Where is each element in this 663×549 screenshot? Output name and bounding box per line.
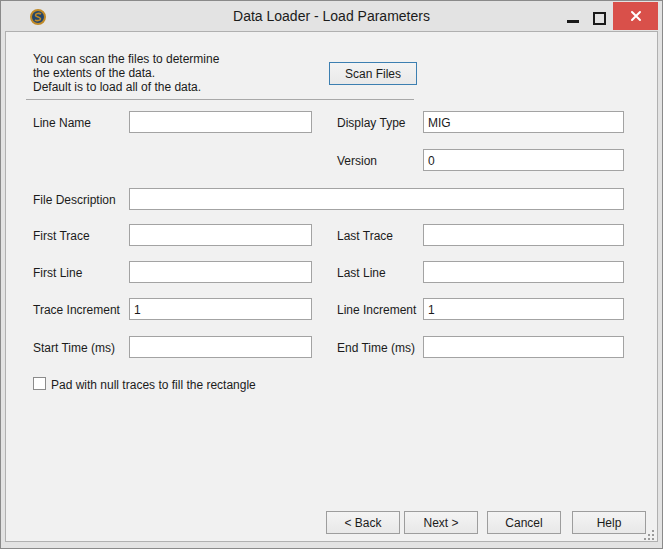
trace-increment-label: Trace Increment (33, 303, 120, 317)
separator-line (26, 99, 414, 100)
start-time-input[interactable] (129, 336, 312, 358)
end-time-input[interactable] (423, 336, 624, 358)
cancel-button[interactable]: Cancel (487, 511, 561, 534)
first-line-input[interactable] (129, 261, 312, 283)
back-button[interactable]: < Back (326, 511, 400, 534)
display-type-label: Display Type (337, 116, 405, 130)
close-button[interactable] (613, 2, 658, 30)
start-time-label: Start Time (ms) (33, 341, 115, 355)
last-trace-input[interactable] (423, 224, 624, 246)
title-bar[interactable]: Data Loader - Load Parameters (1, 1, 662, 31)
maximize-icon (593, 12, 606, 25)
resize-grip[interactable] (642, 527, 655, 540)
scan-files-button[interactable]: Scan Files (329, 62, 417, 85)
minimize-icon (567, 20, 579, 23)
last-trace-label: Last Trace (337, 229, 393, 243)
file-description-input[interactable] (129, 188, 624, 210)
line-increment-label: Line Increment (337, 303, 416, 317)
line-name-input[interactable] (129, 111, 312, 133)
last-line-input[interactable] (423, 261, 624, 283)
intro-line-3: Default is to load all of the data. (33, 80, 219, 94)
version-label: Version (337, 154, 377, 168)
line-increment-input[interactable] (423, 298, 624, 320)
trace-increment-input[interactable] (129, 298, 312, 320)
line-name-label: Line Name (33, 116, 91, 130)
intro-line-1: You can scan the files to determine (33, 52, 219, 66)
first-line-label: First Line (33, 266, 82, 280)
last-line-label: Last Line (337, 266, 386, 280)
first-trace-label: First Trace (33, 229, 90, 243)
version-input[interactable] (423, 149, 624, 171)
first-trace-input[interactable] (129, 224, 312, 246)
close-icon (630, 10, 642, 22)
display-type-input[interactable] (423, 111, 624, 133)
dialog-window: Data Loader - Load Parameters You can sc… (0, 0, 663, 549)
help-button[interactable]: Help (572, 511, 646, 534)
next-button[interactable]: Next > (404, 511, 478, 534)
dialog-content: You can scan the files to determine the … (5, 31, 658, 542)
intro-text: You can scan the files to determine the … (33, 52, 219, 94)
file-description-label: File Description (33, 193, 116, 207)
intro-line-2: the extents of the data. (33, 66, 219, 80)
pad-null-traces-checkbox[interactable] (33, 377, 46, 390)
minimize-button[interactable] (561, 9, 585, 27)
maximize-button[interactable] (587, 8, 611, 28)
pad-null-traces-label: Pad with null traces to fill the rectang… (51, 378, 256, 392)
end-time-label: End Time (ms) (337, 341, 415, 355)
